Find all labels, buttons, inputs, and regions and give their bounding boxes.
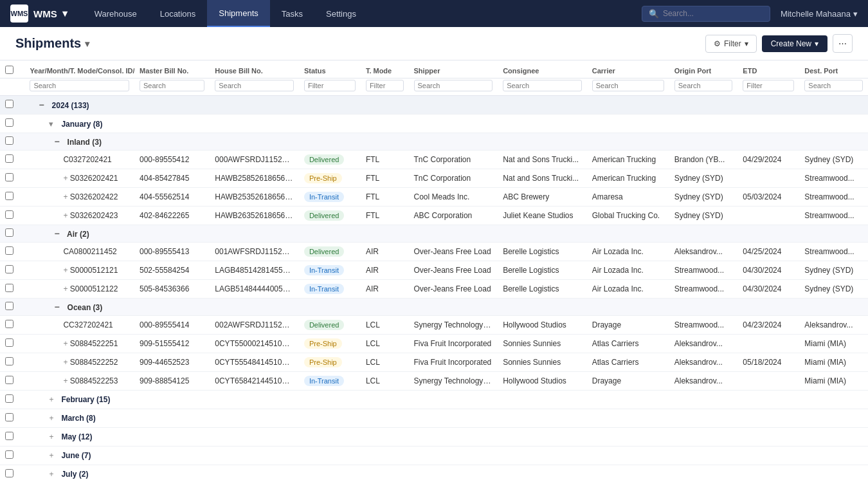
row-checkbox[interactable]: [5, 357, 14, 365]
col-etd-filter[interactable]: [737, 78, 799, 96]
expand-row-icon[interactable]: +: [63, 376, 68, 385]
more-options-button[interactable]: ⋯: [833, 34, 853, 53]
col-carrier-filter[interactable]: [587, 78, 669, 96]
brand-caret[interactable]: ▾: [62, 8, 68, 19]
user-caret-icon: ▾: [853, 9, 858, 19]
table-row[interactable]: + S0000512122 505-84536366 LAGB514844440…: [0, 280, 868, 299]
table-row[interactable]: + S0884522253 909-88854125 0CYT658421445…: [0, 372, 868, 391]
nav-locations[interactable]: Locations: [149, 0, 208, 27]
col-checkbox-filter: [0, 78, 24, 96]
nav-shipments[interactable]: Shipments: [207, 0, 269, 27]
create-label: Create New: [771, 39, 811, 48]
house-filter-input[interactable]: [215, 80, 294, 91]
table-row[interactable]: + S0326202423 402-84622265 HAWB263526186…: [0, 207, 868, 225]
table-row[interactable]: C0327202421 000-89555412 000AWFSRDJ11524…: [0, 151, 868, 169]
row-status: In-Transit: [299, 280, 361, 299]
table-row[interactable]: + S0884522251 909-51555412 0CYT550002145…: [0, 335, 868, 353]
collapsed-month-checkbox[interactable]: [5, 432, 14, 440]
collapsed-month-expand-button[interactable]: +: [48, 395, 55, 404]
row-checkbox[interactable]: [5, 246, 14, 255]
row-master: 909-51555412: [134, 335, 210, 353]
col-tmode-filter[interactable]: [361, 78, 409, 96]
col-status-filter[interactable]: [299, 78, 361, 96]
row-dest: Sydney (SYD): [799, 280, 868, 299]
collapsed-month-checkbox[interactable]: [5, 450, 14, 459]
mode-checkbox[interactable]: [5, 136, 14, 145]
row-checkbox[interactable]: [5, 173, 14, 181]
filter-caret-icon: ▾: [745, 39, 748, 48]
expand-row-icon[interactable]: +: [63, 174, 68, 183]
row-checkbox[interactable]: [5, 210, 14, 219]
consignee-filter-input[interactable]: [503, 80, 582, 91]
expand-row-icon[interactable]: +: [63, 339, 68, 348]
row-house: LAGB4851428145569...: [210, 261, 299, 280]
table-row[interactable]: + S0884522252 909-44652523 0CYT555484145…: [0, 353, 868, 372]
id-filter-input[interactable]: [30, 80, 129, 91]
col-dest-filter[interactable]: [799, 78, 868, 96]
row-checkbox[interactable]: [5, 320, 14, 328]
search-box[interactable]: 🔍: [642, 6, 770, 22]
row-tmode: FTL: [361, 169, 409, 188]
row-checkbox[interactable]: [5, 284, 14, 292]
page-title-caret-icon[interactable]: ▾: [85, 39, 89, 49]
collapsed-month-checkbox[interactable]: [5, 469, 14, 477]
col-master-filter[interactable]: [134, 78, 210, 96]
collapsed-month-expand-button[interactable]: +: [48, 414, 55, 423]
collapsed-month-checkbox[interactable]: [5, 394, 14, 403]
create-new-button[interactable]: Create New ▾: [762, 35, 827, 52]
row-status: Pre-Ship: [299, 335, 361, 353]
nav-tasks[interactable]: Tasks: [270, 0, 314, 27]
col-house-filter[interactable]: [210, 78, 299, 96]
expand-row-icon[interactable]: +: [63, 284, 68, 293]
row-checkbox[interactable]: [5, 265, 14, 273]
origin-filter-input[interactable]: [674, 80, 733, 91]
brand[interactable]: WMS WMS ▾: [10, 5, 68, 23]
expand-row-icon[interactable]: +: [63, 211, 68, 220]
expand-row-icon[interactable]: +: [63, 358, 68, 367]
master-filter-input[interactable]: [140, 80, 204, 91]
table-row[interactable]: + S0000512121 502-55584254 LAGB485142814…: [0, 261, 868, 280]
collapsed-month-expand-button[interactable]: +: [48, 470, 55, 479]
search-input[interactable]: [663, 9, 763, 18]
col-consignee-filter[interactable]: [498, 78, 587, 96]
month-checkbox[interactable]: [5, 118, 14, 127]
create-caret-icon: ▾: [815, 39, 818, 48]
row-status: Delivered: [299, 316, 361, 335]
month-collapse-button[interactable]: ▾: [48, 119, 55, 129]
col-shipper-filter[interactable]: [409, 78, 498, 96]
collapsed-month-checkbox[interactable]: [5, 413, 14, 421]
year-collapse-button[interactable]: −: [37, 100, 45, 110]
row-checkbox[interactable]: [5, 154, 14, 163]
etd-filter-input[interactable]: [743, 80, 794, 91]
dest-filter-input[interactable]: [804, 80, 863, 91]
row-checkbox[interactable]: [5, 338, 14, 347]
row-origin: Brandon (YB...: [669, 151, 738, 169]
carrier-filter-input[interactable]: [592, 80, 664, 91]
mode-collapse-button[interactable]: −: [53, 302, 60, 312]
nav-warehouse[interactable]: Warehouse: [83, 0, 149, 27]
table-row[interactable]: + S0326202422 404-55562514 HAWB253526186…: [0, 188, 868, 207]
year-checkbox[interactable]: [5, 100, 14, 108]
col-origin-filter[interactable]: [669, 78, 738, 96]
table-row[interactable]: CC327202421 000-89555414 002AWFSRDJ11524…: [0, 316, 868, 335]
col-id-filter[interactable]: [24, 78, 134, 96]
mode-collapse-button[interactable]: −: [53, 228, 60, 239]
filter-button[interactable]: ⚙ Filter ▾: [705, 35, 757, 53]
collapsed-month-expand-button[interactable]: +: [48, 451, 55, 460]
row-checkbox[interactable]: [5, 192, 14, 200]
status-filter-input[interactable]: [304, 80, 356, 91]
expand-row-icon[interactable]: +: [63, 266, 68, 275]
tmode-filter-input[interactable]: [366, 80, 404, 91]
nav-settings[interactable]: Settings: [314, 0, 368, 27]
mode-checkbox[interactable]: [5, 228, 14, 237]
shipper-filter-input[interactable]: [414, 80, 493, 91]
row-checkbox[interactable]: [5, 376, 14, 384]
expand-row-icon[interactable]: +: [63, 192, 68, 201]
mode-checkbox[interactable]: [5, 302, 14, 310]
table-row[interactable]: + S0326202421 404-85427845 HAWB258526186…: [0, 169, 868, 188]
select-all-checkbox[interactable]: [5, 66, 14, 74]
mode-collapse-button[interactable]: −: [53, 136, 60, 147]
user-menu[interactable]: Mitchelle Mahaana ▾: [781, 9, 858, 19]
table-row[interactable]: CA0800211452 000-89555413 001AWFSRDJ1152…: [0, 243, 868, 261]
collapsed-month-expand-button[interactable]: +: [48, 432, 55, 441]
